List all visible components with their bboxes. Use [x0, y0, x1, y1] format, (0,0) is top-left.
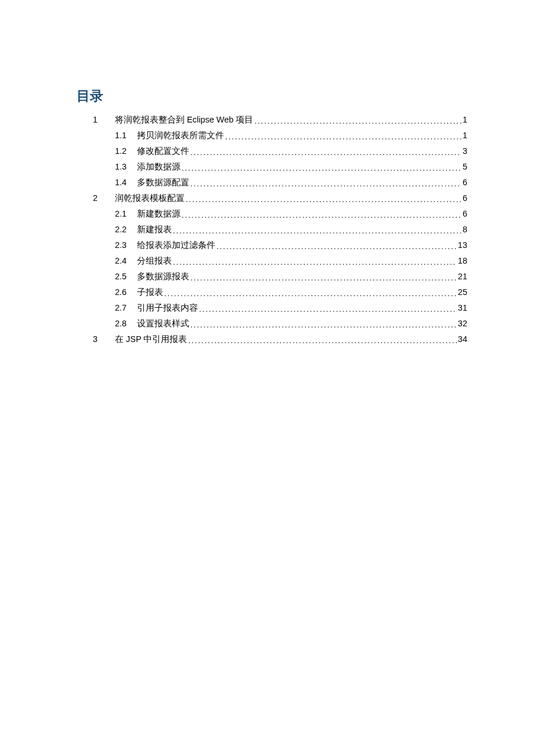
toc-dots [199, 301, 457, 317]
toc-page: 34 [458, 332, 467, 347]
toc-dots [188, 333, 456, 348]
toc-dots [173, 223, 461, 239]
toc-page: 6 [463, 206, 467, 222]
toc-entry[interactable]: 2.3 给报表添加过滤条件 13 [93, 237, 467, 253]
toc-entry[interactable]: 1.2 修改配置文件 3 [93, 143, 467, 159]
toc-page: 18 [458, 253, 467, 269]
toc-entry[interactable]: 2.2 新建报表 8 [93, 222, 467, 237]
toc-page: 3 [463, 143, 467, 159]
toc-label: 给报表添加过滤条件 [137, 237, 215, 253]
toc-num: 1.2 [115, 143, 137, 159]
toc-dots [190, 145, 461, 160]
toc-label: 设置报表样式 [137, 316, 189, 332]
toc-page: 1 [463, 112, 467, 128]
toc-label: 润乾报表模板配置 [115, 190, 185, 206]
toc-entry[interactable]: 2.6 子报表 25 [93, 285, 467, 300]
toc-dots [186, 192, 461, 207]
toc-page: 6 [463, 190, 467, 206]
toc-label: 在 JSP 中引用报表 [115, 332, 187, 347]
toc-dots [190, 176, 461, 192]
toc-num: 2.2 [115, 222, 137, 237]
toc-label: 多数据源报表 [137, 269, 189, 285]
toc-num: 3 [93, 332, 115, 347]
toc-dots [164, 286, 457, 301]
toc-dots [190, 317, 457, 333]
toc-entry[interactable]: 1.1 拷贝润乾报表所需文件 1 [93, 128, 467, 143]
toc-page: 31 [458, 300, 467, 316]
toc-page: 32 [458, 316, 467, 332]
toc-page: 6 [463, 175, 467, 190]
toc-dots [182, 160, 461, 176]
toc-entry[interactable]: 1.4 多数据源配置 6 [93, 175, 467, 190]
toc-entry[interactable]: 2.5 多数据源报表 21 [93, 269, 467, 285]
toc-label: 引用子报表内容 [137, 300, 198, 316]
toc-dots [217, 239, 457, 254]
toc-dots [182, 207, 461, 223]
toc-entry[interactable]: 2.4 分组报表 18 [93, 253, 467, 269]
toc-entry[interactable]: 1.3 添加数据源 5 [93, 159, 467, 175]
toc-label: 添加数据源 [137, 159, 181, 175]
toc-dots [254, 113, 461, 129]
toc-page: 21 [458, 269, 467, 285]
toc-num: 1.3 [115, 159, 137, 175]
toc-num: 2.8 [115, 316, 137, 332]
toc-label: 新建数据源 [137, 206, 181, 222]
toc-dots [173, 254, 457, 270]
toc-num: 2.6 [115, 285, 137, 300]
toc-num: 2.1 [115, 206, 137, 222]
toc-label: 子报表 [137, 285, 163, 300]
toc-dots [225, 129, 461, 145]
toc-num: 2.4 [115, 253, 137, 269]
toc-list: 1 将润乾报表整合到 Eclipse Web 项目 1 1.1 拷贝润乾报表所需… [75, 112, 467, 347]
toc-page: 8 [463, 222, 467, 237]
toc-entry[interactable]: 3 在 JSP 中引用报表 34 [93, 332, 467, 347]
toc-entry[interactable]: 2 润乾报表模板配置 6 [93, 190, 467, 206]
toc-entry[interactable]: 2.8 设置报表样式 32 [93, 316, 467, 332]
toc-page: 5 [463, 159, 467, 175]
toc-label: 多数据源配置 [137, 175, 189, 190]
toc-entry[interactable]: 2.7 引用子报表内容 31 [93, 300, 467, 316]
toc-num: 1.1 [115, 128, 137, 143]
toc-dots [190, 270, 457, 286]
toc-label: 拷贝润乾报表所需文件 [137, 128, 224, 143]
toc-page: 13 [458, 237, 467, 253]
toc-num: 2 [93, 190, 115, 206]
toc-num: 1 [93, 112, 115, 128]
toc-label: 新建报表 [137, 222, 172, 237]
toc-page: 1 [463, 128, 467, 143]
toc-entry[interactable]: 2.1 新建数据源 6 [93, 206, 467, 222]
toc-num: 2.7 [115, 300, 137, 316]
toc-num: 2.3 [115, 237, 137, 253]
toc-label: 分组报表 [137, 253, 172, 269]
toc-num: 1.4 [115, 175, 137, 190]
toc-page: 25 [458, 285, 467, 300]
toc-entry[interactable]: 1 将润乾报表整合到 Eclipse Web 项目 1 [93, 112, 467, 128]
toc-num: 2.5 [115, 269, 137, 285]
toc-title: 目录 [75, 87, 467, 105]
toc-label: 将润乾报表整合到 Eclipse Web 项目 [115, 112, 253, 128]
toc-label: 修改配置文件 [137, 143, 189, 159]
